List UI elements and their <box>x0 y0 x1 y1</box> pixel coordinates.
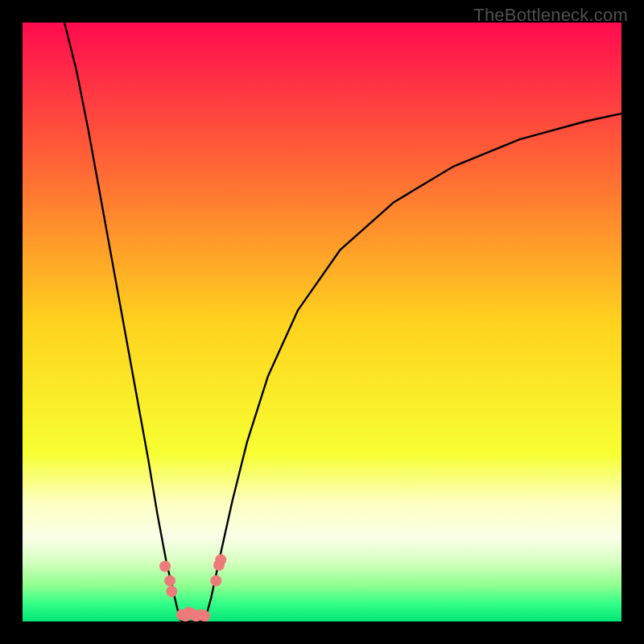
chart-svg <box>23 23 621 621</box>
marker-point <box>159 561 171 572</box>
gradient-background <box>23 23 621 621</box>
marker-point <box>215 554 226 565</box>
plot-area <box>23 23 621 621</box>
marker-point <box>164 575 175 586</box>
chart-frame: { "watermark": "TheBottleneck.com", "cha… <box>0 0 644 644</box>
marker-point <box>199 610 210 621</box>
marker-point <box>166 586 177 597</box>
marker-point <box>210 575 221 586</box>
watermark-text: TheBottleneck.com <box>473 5 628 26</box>
